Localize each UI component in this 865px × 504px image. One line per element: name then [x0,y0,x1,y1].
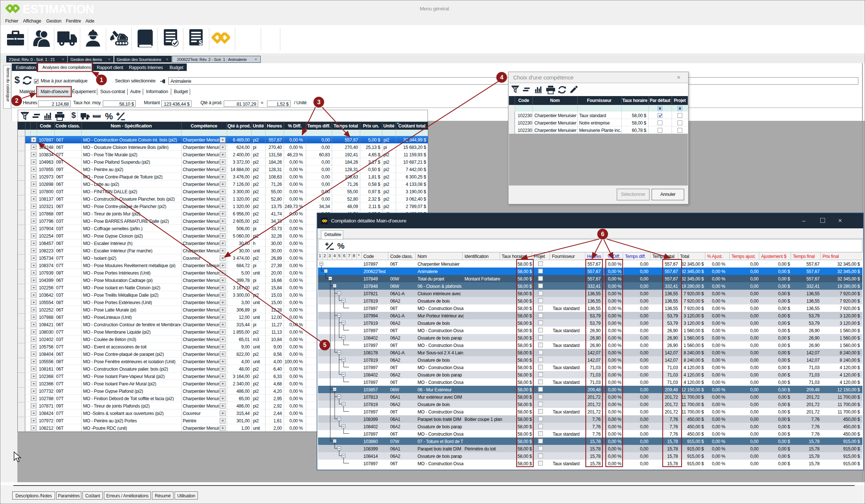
svg-text:$: $ [199,39,202,47]
svg-text:x: x [24,113,26,117]
svg-text:x: x [514,87,516,91]
